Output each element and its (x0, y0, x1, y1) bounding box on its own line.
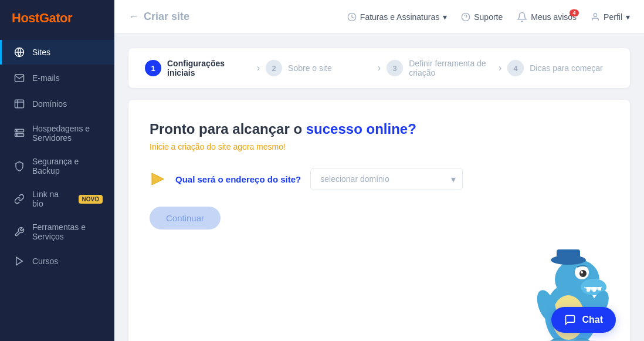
sidebar: HostGator Sites E-mails Domínios Hosped (0, 0, 114, 341)
step-circle-4: 4 (507, 60, 524, 76)
sidebar-item-label: Ferramentas e Serviços (32, 222, 103, 241)
svg-rect-19 (592, 287, 596, 292)
step-circle-2: 2 (266, 60, 282, 76)
topbar-perfil[interactable]: Perfil ▾ (591, 12, 630, 22)
main-content: ← Criar site Faturas e Assinaturas ▾ Sup… (114, 0, 644, 341)
domain-question-label: Qual será o endereço do site? (175, 174, 301, 184)
avisos-badge: 4 (570, 9, 579, 16)
heading-start: Pronto para alcançar o (150, 121, 306, 137)
globe-icon (13, 46, 25, 58)
page-content: 1 Configurações iniciais › 2 Sobre o sit… (114, 34, 644, 341)
svg-point-16 (579, 270, 587, 277)
sidebar-item-label: E-mails (32, 73, 60, 83)
back-arrow-icon: ← (128, 11, 139, 23)
domain-row: Qual será o endereço do site? selecionar… (150, 168, 609, 190)
link-icon (13, 193, 25, 205)
domains-icon (13, 98, 25, 110)
step-label-1: Configurações iniciais (167, 59, 251, 77)
step-arrow-1: › (257, 63, 260, 73)
svg-point-6 (16, 134, 18, 136)
svg-marker-11 (152, 173, 164, 185)
step-circle-1: 1 (145, 60, 161, 76)
step-circle-3: 3 (387, 60, 403, 76)
sidebar-item-emails[interactable]: E-mails (0, 66, 114, 90)
sidebar-item-dominios[interactable]: Domínios (0, 92, 114, 116)
topbar-title: Criar site (144, 11, 189, 23)
svg-rect-20 (598, 287, 601, 291)
topbar-faturas-label: Faturas e Assinaturas (360, 12, 439, 22)
domain-select[interactable]: selecionar domínio (310, 168, 463, 190)
sidebar-item-ferramentas[interactable]: Ferramentas e Serviços (0, 216, 114, 248)
email-icon (13, 72, 25, 84)
topbar-faturas[interactable]: Faturas e Assinaturas ▾ (347, 12, 447, 22)
sidebar-item-sites[interactable]: Sites (0, 40, 114, 65)
sidebar-item-label: Cursos (32, 256, 58, 266)
sidebar-nav: Sites E-mails Domínios Hospedagens e Ser… (0, 36, 114, 277)
step-label-3: Definir ferramenta de criação (409, 59, 493, 77)
step-label-2: Sobre o site (288, 63, 332, 73)
sidebar-item-label: Sites (32, 48, 50, 57)
topbar-perfil-label: Perfil (604, 12, 622, 22)
step-arrow-3: › (499, 63, 501, 73)
topbar-perfil-arrow: ▾ (626, 12, 630, 22)
chat-button[interactable]: Chat (551, 307, 616, 333)
svg-rect-28 (557, 249, 580, 262)
svg-marker-7 (16, 257, 23, 265)
topbar-suporte-label: Suporte (474, 12, 503, 22)
topbar-suporte[interactable]: Suporte (461, 12, 503, 22)
step-1: 1 Configurações iniciais (145, 59, 251, 77)
form-card: Pronto para alcançar o sucesso online? I… (128, 100, 630, 341)
svg-point-10 (594, 13, 596, 16)
tools-icon (13, 226, 25, 238)
chat-icon (564, 314, 576, 326)
topbar-avisos[interactable]: 4 Meus avisos (517, 12, 577, 22)
svg-point-17 (581, 271, 583, 274)
step-label-4: Dicas para começar (530, 63, 603, 73)
sidebar-logo: HostGator (0, 0, 114, 36)
sidebar-item-linkbio[interactable]: Link na bio NOVO (0, 183, 114, 215)
back-button[interactable]: ← Criar site (128, 11, 189, 23)
server-icon (13, 127, 25, 139)
topbar-faturas-arrow: ▾ (443, 12, 447, 22)
topbar-nav: Faturas e Assinaturas ▾ Suporte 4 Meus a… (347, 12, 630, 22)
novo-badge: NOVO (79, 195, 103, 204)
steps-bar: 1 Configurações iniciais › 2 Sobre o sit… (128, 48, 630, 88)
sidebar-item-label: Domínios (32, 99, 67, 109)
sidebar-item-label: Segurança e Backup (32, 157, 103, 175)
step-4: 4 Dicas para começar (507, 60, 614, 76)
topbar: ← Criar site Faturas e Assinaturas ▾ Sup… (114, 0, 644, 34)
svg-rect-18 (587, 287, 590, 292)
svg-rect-2 (15, 100, 24, 108)
continuar-button[interactable]: Continuar (150, 207, 221, 229)
shield-icon (13, 160, 25, 172)
heading-highlight: sucesso online? (306, 121, 416, 137)
form-subtitle: Inicie a criação do site agora mesmo! (150, 142, 609, 151)
step-2: 2 Sobre o site (266, 60, 372, 76)
domain-select-wrapper[interactable]: selecionar domínio (310, 168, 463, 190)
sidebar-item-label: Link na bio (32, 190, 69, 208)
sidebar-item-hospedagens[interactable]: Hospedagens e Servidores (0, 117, 114, 149)
flag-icon (150, 171, 166, 187)
svg-point-5 (16, 130, 18, 131)
form-heading: Pronto para alcançar o sucesso online? (150, 121, 609, 137)
sidebar-item-label: Hospedagens e Servidores (32, 124, 103, 143)
chat-label: Chat (582, 315, 603, 325)
step-3: 3 Definir ferramenta de criação (387, 59, 493, 77)
sidebar-item-seguranca[interactable]: Segurança e Backup (0, 150, 114, 182)
step-arrow-2: › (378, 63, 381, 73)
play-icon (13, 255, 25, 267)
sidebar-item-cursos[interactable]: Cursos (0, 249, 114, 274)
